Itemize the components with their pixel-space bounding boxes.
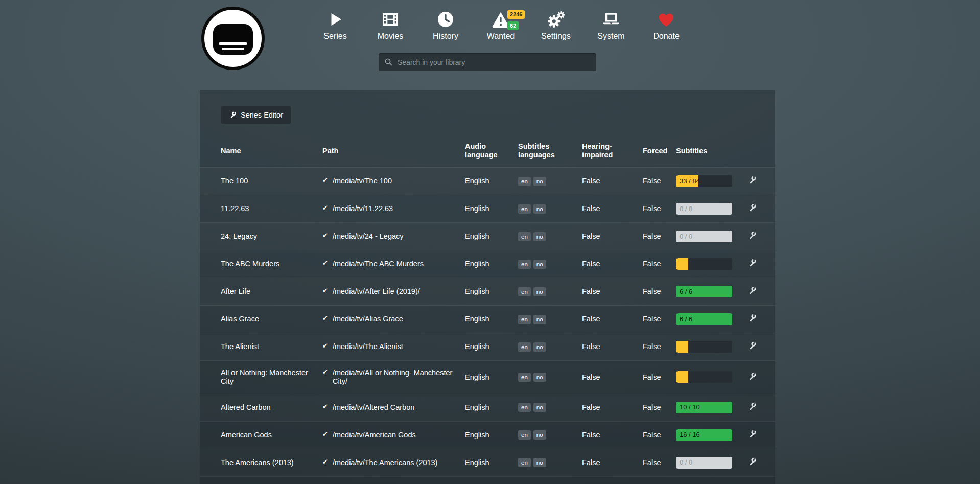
- series-name[interactable]: 24: Legacy: [200, 223, 322, 250]
- subtitles-progress: [676, 258, 732, 270]
- table-row: The ABC Murders ✔ /media/tv/The ABC Murd…: [200, 250, 775, 278]
- nav-item-donate[interactable]: Donate: [639, 8, 694, 41]
- series-path-cell: ✔ /media/tv/The 100: [322, 168, 465, 195]
- subtitles-progress-cell: 0 / 0: [676, 449, 748, 476]
- series-path-cell: ✔ /media/tv/11.22.63: [322, 195, 465, 223]
- nav-item-settings[interactable]: Settings: [528, 8, 584, 41]
- series-name[interactable]: All or Nothing: Manchester City: [200, 361, 322, 394]
- series-name[interactable]: The ABC Murders: [200, 250, 322, 278]
- series-path: /media/tv/Altered Carbon: [333, 403, 414, 412]
- laptop-icon: [584, 8, 639, 31]
- app-logo[interactable]: [201, 7, 265, 70]
- forced-value: False: [643, 361, 676, 394]
- series-name[interactable]: The Alienist: [200, 333, 322, 361]
- clock-icon: [418, 8, 473, 31]
- gears-icon: [528, 8, 584, 31]
- language-badge: en: [518, 177, 531, 186]
- subtitles-progress-cell: [676, 361, 748, 394]
- series-path-cell: ✔ /media/tv/24 - Legacy: [322, 223, 465, 250]
- nav-label: Settings: [528, 32, 584, 41]
- nav-item-series[interactable]: Series: [308, 8, 363, 41]
- actions-cell: [748, 223, 775, 250]
- heart-icon: [639, 8, 694, 31]
- series-name[interactable]: Altered Carbon: [200, 394, 322, 421]
- nav-item-history[interactable]: History: [418, 8, 473, 41]
- header-subtitles: Subtitles: [676, 127, 748, 168]
- table-row: The 100 ✔ /media/tv/The 100 English enno…: [200, 168, 775, 195]
- hearing-impaired-value: False: [582, 278, 643, 306]
- subtitles-languages-cell: enno: [518, 421, 582, 449]
- wanted-count-badge: 2246: [507, 10, 525, 19]
- audio-language-value: English: [465, 278, 518, 306]
- forced-value: False: [643, 476, 676, 484]
- series-name[interactable]: Another Life (2019): [200, 476, 322, 484]
- edit-series-wrench-icon[interactable]: [748, 314, 756, 322]
- subtitles-progress: 0 / 0: [676, 457, 732, 469]
- main-nav: Series Movies History 2246 62 Wanted: [308, 8, 694, 41]
- hearing-impaired-value: False: [582, 168, 643, 195]
- language-badge: no: [533, 458, 546, 467]
- series-name[interactable]: The 100: [200, 168, 322, 195]
- table-header-row: Name Path Audio language Subtitles langu…: [200, 127, 775, 168]
- edit-series-wrench-icon[interactable]: [748, 176, 756, 185]
- audio-language-value: English: [465, 223, 518, 250]
- search-bar: [379, 53, 596, 71]
- film-icon: [363, 8, 418, 31]
- series-path: /media/tv/After Life (2019)/: [333, 287, 420, 296]
- series-name[interactable]: The Americans (2013): [200, 449, 322, 476]
- wanted-badges: 2246 62: [507, 10, 525, 30]
- subtitles-progress: 0 / 0: [676, 231, 732, 242]
- subtitles-progress-cell: 16 / 16: [676, 421, 748, 449]
- check-icon: ✔: [322, 177, 328, 185]
- series-path: /media/tv/American Gods: [333, 431, 416, 440]
- check-icon: ✔: [322, 368, 328, 376]
- edit-series-wrench-icon[interactable]: [748, 286, 756, 295]
- subtitles-languages-cell: enno: [518, 223, 582, 250]
- series-path-cell: ✔ /media/tv/Another Life (2019): [322, 476, 465, 484]
- edit-series-wrench-icon[interactable]: [748, 430, 756, 439]
- actions-cell: [748, 361, 775, 394]
- hearing-impaired-value: False: [582, 361, 643, 394]
- nav-label: Movies: [363, 32, 418, 41]
- edit-series-wrench-icon[interactable]: [748, 372, 756, 381]
- nav-item-system[interactable]: System: [584, 8, 639, 41]
- audio-language-value: English: [465, 306, 518, 333]
- series-name[interactable]: 11.22.63: [200, 195, 322, 223]
- subtitles-progress: 16 / 16: [676, 429, 732, 441]
- series-name[interactable]: American Gods: [200, 421, 322, 449]
- nav-item-movies[interactable]: Movies: [363, 8, 418, 41]
- forced-value: False: [643, 278, 676, 306]
- subtitles-languages-cell: enno: [518, 476, 582, 484]
- edit-series-wrench-icon[interactable]: [748, 341, 756, 350]
- subtitles-progress-label: 6 / 6: [680, 315, 692, 323]
- audio-language-value: English: [465, 421, 518, 449]
- subtitles-progress-label: 0 / 0: [680, 205, 692, 213]
- edit-series-wrench-icon[interactable]: [748, 203, 756, 212]
- language-badge: no: [533, 315, 546, 324]
- series-path: /media/tv/The ABC Murders: [333, 260, 424, 268]
- edit-series-wrench-icon[interactable]: [748, 457, 756, 466]
- nav-item-wanted[interactable]: 2246 62 Wanted: [473, 8, 528, 41]
- nav-label: Wanted: [473, 32, 528, 41]
- series-name[interactable]: Alias Grace: [200, 306, 322, 333]
- header-subtitles-languages: Subtitles languages: [518, 127, 582, 168]
- subtitles-progress-label: 10 / 10: [680, 404, 700, 411]
- audio-language-value: English: [465, 250, 518, 278]
- actions-cell: [748, 278, 775, 306]
- search-input[interactable]: [398, 58, 591, 66]
- check-icon: ✔: [322, 232, 328, 240]
- edit-series-wrench-icon[interactable]: [748, 259, 756, 267]
- edit-series-wrench-icon[interactable]: [748, 402, 756, 411]
- edit-series-wrench-icon[interactable]: [748, 231, 756, 240]
- language-badge: en: [518, 287, 531, 296]
- series-name[interactable]: After Life: [200, 278, 322, 306]
- bazarr-app: Series Movies History 2246 62 Wanted: [0, 0, 980, 484]
- subtitles-progress-label: 33 / 84: [680, 177, 700, 185]
- nav-label: History: [418, 32, 473, 41]
- forced-value: False: [643, 250, 676, 278]
- subtitles-languages-cell: enno: [518, 195, 582, 223]
- language-badge: en: [518, 430, 531, 440]
- language-badge: no: [533, 287, 546, 296]
- series-editor-button[interactable]: Series Editor: [221, 106, 291, 124]
- content-panel: Series Editor Name Path Audio language S…: [200, 90, 775, 484]
